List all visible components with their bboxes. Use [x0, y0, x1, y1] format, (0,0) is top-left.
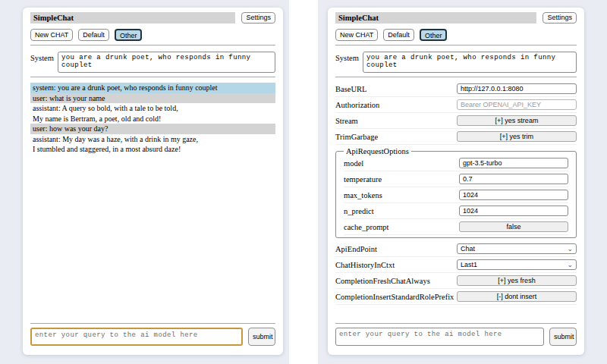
- settings-top-rows: BaseURLAuthorizationStream[+] yes stream…: [335, 81, 577, 145]
- settings-row-apiendpoint: ApiEndPointChat⌄: [335, 241, 577, 257]
- settings-row-cache-prompt: cache_promptfalse: [344, 219, 568, 235]
- chat-message-user: user: how was your day?: [30, 124, 275, 134]
- app-titlebar: SimpleChat: [335, 12, 536, 24]
- session-tab-other[interactable]: Other: [420, 29, 448, 41]
- session-tabs: New CHATDefaultOther: [335, 29, 577, 41]
- system-prompt-label: System: [335, 52, 359, 73]
- chat-panel: SimpleChat Settings New CHATDefaultOther…: [23, 8, 283, 355]
- settings-row-stream: Stream[+] yes stream: [335, 113, 577, 129]
- settings-row-completionfreshchatalways: CompletionFreshChatAlways[+] yes fresh: [335, 273, 577, 289]
- submit-button[interactable]: submit: [248, 328, 275, 346]
- divider: [30, 77, 275, 77]
- divider: [30, 45, 275, 46]
- settings-select-chathistoryinctxt[interactable]: Last1⌄: [457, 259, 577, 270]
- query-textarea[interactable]: [335, 328, 544, 346]
- api-request-options-legend: ApiRequestOptions: [344, 147, 411, 155]
- chat-message-system: system: you are a drunk poet, who respon…: [30, 83, 275, 93]
- settings-toggle-completionfreshchatalways[interactable]: [+] yes fresh: [457, 275, 577, 286]
- settings-bottom-rows: ApiEndPointChat⌄ChatHistoryInCtxtLast1⌄C…: [335, 241, 577, 305]
- settings-input-model[interactable]: [459, 158, 568, 168]
- chevron-down-icon: ⌄: [567, 262, 573, 268]
- settings-row-label: TrimGarbage: [335, 133, 378, 141]
- settings-row-model: model: [344, 155, 568, 171]
- select-value: Chat: [461, 245, 475, 253]
- settings-row-completioninsertstandardroleprefix: CompletionInsertStandardRolePrefix[-] do…: [335, 289, 577, 305]
- chat-message-assistant: assistant: My day was a haze, with a dri…: [30, 134, 275, 155]
- query-textarea[interactable]: [30, 328, 243, 346]
- chat-message-user: user: what is your name: [30, 93, 275, 104]
- divider: [30, 323, 275, 324]
- session-tabs: New CHATDefaultOther: [30, 29, 275, 41]
- settings-row-label: n_predict: [344, 207, 374, 215]
- header-row: SimpleChat Settings: [30, 12, 275, 24]
- divider: [335, 77, 577, 77]
- settings-input-authorization[interactable]: [457, 99, 577, 110]
- settings-panel: SimpleChat Settings New CHATDefaultOther…: [328, 8, 584, 355]
- api-request-options-rows: modeltemperaturemax_tokensn_predictcache…: [344, 155, 568, 235]
- system-prompt-label: System: [30, 52, 54, 73]
- settings-row-baseurl: BaseURL: [335, 81, 577, 97]
- settings-row-chathistoryinctxt: ChatHistoryInCtxtLast1⌄: [335, 257, 577, 273]
- session-tab-new-chat[interactable]: New CHAT: [30, 29, 73, 41]
- settings-row-label: model: [344, 159, 363, 168]
- system-prompt-textarea[interactable]: you are a drunk poet, who responds in fu…: [363, 52, 577, 73]
- query-row: submit: [335, 328, 577, 346]
- session-tab-default[interactable]: Default: [383, 29, 414, 41]
- session-tab-other[interactable]: Other: [115, 29, 143, 41]
- settings-row-label: temperature: [344, 175, 382, 184]
- settings-row-label: Stream: [335, 117, 358, 125]
- system-prompt-textarea[interactable]: you are a drunk poet, who responds in fu…: [58, 52, 275, 73]
- system-prompt-row: System you are a drunk poet, who respond…: [335, 52, 577, 73]
- settings-row-label: ApiEndPoint: [335, 245, 377, 253]
- divider: [335, 45, 577, 46]
- empty-space: [30, 155, 275, 320]
- empty-space: [335, 305, 577, 319]
- screenshot-gutter: [289, 0, 318, 364]
- system-prompt-row: System you are a drunk poet, who respond…: [30, 52, 275, 73]
- app-titlebar: SimpleChat: [30, 12, 235, 24]
- settings-input-max-tokens[interactable]: [459, 190, 568, 200]
- settings-row-label: cache_prompt: [344, 223, 388, 231]
- settings-row-label: CompletionInsertStandardRolePrefix: [335, 293, 454, 301]
- settings-toggle-trimgarbage[interactable]: [+] yes trim: [457, 131, 577, 142]
- chat-message-assistant: assistant: A query so bold, with a tale …: [30, 103, 275, 124]
- settings-row-trimgarbage: TrimGarbage[+] yes trim: [335, 129, 577, 145]
- submit-button[interactable]: submit: [549, 328, 577, 346]
- settings-button[interactable]: Settings: [543, 12, 577, 24]
- query-row: submit: [30, 328, 275, 346]
- app-title: SimpleChat: [33, 14, 74, 22]
- session-tab-default[interactable]: Default: [78, 29, 109, 41]
- settings-toggle-cache-prompt[interactable]: false: [459, 221, 568, 232]
- settings-input-temperature[interactable]: [459, 174, 568, 184]
- settings-button[interactable]: Settings: [241, 12, 275, 24]
- divider: [335, 323, 577, 324]
- settings-row-label: CompletionFreshChatAlways: [335, 277, 430, 285]
- settings-input-baseurl[interactable]: [457, 83, 577, 94]
- settings-row-temperature: temperature: [344, 171, 568, 187]
- api-request-options-fieldset: ApiRequestOptions modeltemperaturemax_to…: [335, 147, 577, 238]
- settings-input-n-predict[interactable]: [459, 206, 568, 216]
- settings-row-label: max_tokens: [344, 191, 382, 199]
- select-value: Last1: [461, 261, 477, 268]
- settings-select-apiendpoint[interactable]: Chat⌄: [457, 243, 577, 254]
- settings-row-n-predict: n_predict: [344, 203, 568, 219]
- chat-messages: system: you are a drunk poet, who respon…: [30, 83, 275, 155]
- settings-row-label: Authorization: [335, 101, 379, 109]
- settings-toggle-completioninsertstandardroleprefix[interactable]: [-] dont insert: [457, 291, 577, 302]
- chevron-down-icon: ⌄: [567, 246, 573, 253]
- settings-toggle-stream[interactable]: [+] yes stream: [457, 115, 577, 126]
- settings-row-max-tokens: max_tokens: [344, 187, 568, 203]
- session-tab-new-chat[interactable]: New CHAT: [335, 29, 378, 41]
- settings-row-authorization: Authorization: [335, 97, 577, 113]
- settings-row-label: BaseURL: [335, 85, 366, 93]
- app-title: SimpleChat: [338, 14, 379, 22]
- settings-row-label: ChatHistoryInCtxt: [335, 261, 395, 269]
- header-row: SimpleChat Settings: [335, 12, 577, 24]
